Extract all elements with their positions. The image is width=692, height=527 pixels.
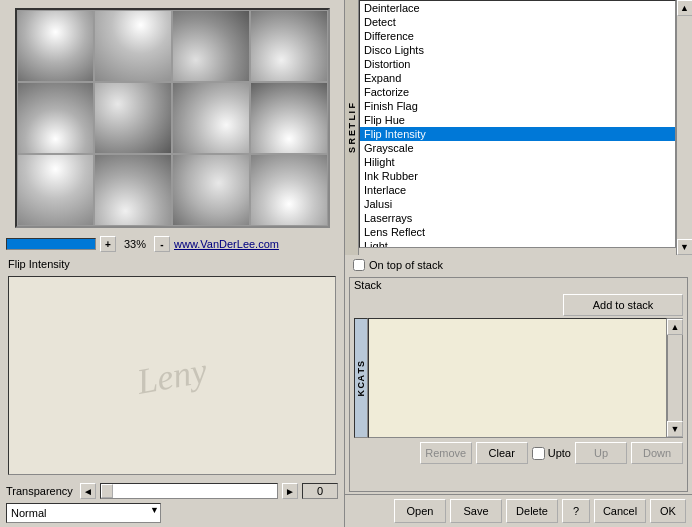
filter-item-interlace[interactable]: Interlace: [360, 183, 675, 197]
transparency-section: Transparency ◄ ► 0 Normal Multiply Scree…: [0, 479, 344, 527]
grid-cell: [94, 10, 172, 82]
preview-grid: [17, 10, 328, 226]
zoom-progress-bar: [6, 238, 96, 250]
stack-list[interactable]: [368, 318, 667, 438]
upto-checkbox[interactable]: [532, 447, 545, 460]
upto-label: Upto: [548, 447, 571, 459]
transparency-right-btn[interactable]: ►: [282, 483, 298, 499]
filter-item-expand[interactable]: Expand: [360, 71, 675, 85]
filter-item-laserrays[interactable]: Laserrays: [360, 211, 675, 225]
slider-thumb: [101, 484, 113, 498]
left-panel: + 33% - www.VanDerLee.com Flip Intensity…: [0, 0, 345, 527]
stack-side-letter-k: K: [356, 389, 366, 397]
stack-side-letter-t: T: [356, 367, 366, 374]
zoom-minus-button[interactable]: -: [154, 236, 170, 252]
grid-cell: [17, 10, 95, 82]
filter-item-flip-hue[interactable]: Flip Hue: [360, 113, 675, 127]
stack-side-letter-c: C: [356, 381, 366, 389]
transparency-label: Transparency: [6, 485, 76, 497]
cancel-button[interactable]: Cancel: [594, 499, 646, 523]
on-top-label: On top of stack: [369, 259, 443, 271]
filter-item-factorize[interactable]: Factorize: [360, 85, 675, 99]
transparency-row: Transparency ◄ ► 0: [6, 483, 338, 499]
remove-button[interactable]: Remove: [420, 442, 472, 464]
zoom-bar: + 33% - www.VanDerLee.com: [0, 232, 344, 256]
scroll-up-btn[interactable]: ▲: [677, 0, 693, 16]
tab-letter: T: [347, 122, 357, 129]
stack-side-letter-s: S: [356, 360, 366, 367]
zoom-value: 33%: [120, 238, 150, 250]
transparency-slider[interactable]: [100, 483, 278, 499]
filter-item-ink-rubber[interactable]: Ink Rubber: [360, 169, 675, 183]
ok-button[interactable]: OK: [650, 499, 686, 523]
up-button[interactable]: Up: [575, 442, 627, 464]
right-panel: F I L T E R S Deinterlace Detect Differe…: [345, 0, 692, 527]
grid-cell: [172, 10, 250, 82]
grid-cell: [94, 154, 172, 226]
tab-letter: F: [347, 102, 357, 109]
filter-item-disco-lights[interactable]: Disco Lights: [360, 43, 675, 57]
filters-list[interactable]: Deinterlace Detect Difference Disco Ligh…: [359, 0, 676, 248]
filter-item-flip-intensity[interactable]: Flip Intensity: [360, 127, 675, 141]
mode-row: Normal Multiply Screen Overlay ▼: [6, 503, 338, 523]
bottom-bar: Open Save Delete ? Cancel OK: [345, 494, 692, 527]
filter-item-deinterlace[interactable]: Deinterlace: [360, 1, 675, 15]
upto-row: Upto: [532, 447, 571, 460]
filters-tab: F I L T E R S: [345, 0, 359, 255]
grid-cell: [17, 154, 95, 226]
question-button[interactable]: ?: [562, 499, 590, 523]
on-top-row: On top of stack: [345, 255, 692, 275]
grid-cell: [172, 154, 250, 226]
website-link[interactable]: www.VanDerLee.com: [174, 238, 279, 250]
transparency-value: 0: [302, 483, 338, 499]
stack-header: Stack: [350, 278, 687, 292]
down-button[interactable]: Down: [631, 442, 683, 464]
grid-cell: [250, 154, 328, 226]
add-to-stack-button[interactable]: Add to stack: [563, 294, 683, 316]
stack-scroll-down-btn[interactable]: ▼: [667, 421, 683, 437]
filter-item-distortion[interactable]: Distortion: [360, 57, 675, 71]
tab-letter: I: [347, 110, 357, 114]
filters-section: F I L T E R S Deinterlace Detect Differe…: [345, 0, 692, 255]
tab-letter: R: [347, 137, 357, 145]
grid-cell: [250, 82, 328, 154]
stack-side-tab: S T A C K: [354, 318, 368, 438]
mode-select-wrapper: Normal Multiply Screen Overlay ▼: [6, 503, 161, 523]
save-button[interactable]: Save: [450, 499, 502, 523]
filter-item-grayscale[interactable]: Grayscale: [360, 141, 675, 155]
scroll-down-btn[interactable]: ▼: [677, 239, 693, 255]
zoom-plus-button[interactable]: +: [100, 236, 116, 252]
filter-item-hilight[interactable]: Hilight: [360, 155, 675, 169]
filter-item-jalusi[interactable]: Jalusi: [360, 197, 675, 211]
tab-letter: E: [347, 129, 357, 136]
grid-cell: [94, 82, 172, 154]
grid-cell: [250, 10, 328, 82]
preview-area: [15, 8, 330, 228]
grid-cell: [17, 82, 95, 154]
filter-item-difference[interactable]: Difference: [360, 29, 675, 43]
filter-item-light[interactable]: Light: [360, 239, 675, 248]
stack-scrollbar: ▲ ▼: [667, 318, 683, 438]
signature-area: Leny: [8, 276, 336, 475]
delete-button[interactable]: Delete: [506, 499, 558, 523]
clear-button[interactable]: Clear: [476, 442, 528, 464]
stack-side-letter-a: A: [356, 374, 366, 382]
transparency-left-btn[interactable]: ◄: [80, 483, 96, 499]
scroll-track: [677, 16, 692, 239]
tab-letter: S: [347, 146, 357, 153]
tab-letter: L: [347, 114, 357, 121]
filters-scrollbar: ▲ ▼: [676, 0, 692, 255]
stack-content: S T A C K ▲ ▼: [354, 318, 683, 438]
filter-item-lens-reflect[interactable]: Lens Reflect: [360, 225, 675, 239]
on-top-checkbox[interactable]: [353, 259, 365, 271]
mode-select[interactable]: Normal Multiply Screen Overlay: [6, 503, 161, 523]
open-button[interactable]: Open: [394, 499, 446, 523]
stack-scroll-up-btn[interactable]: ▲: [667, 319, 683, 335]
stack-add-row: Add to stack: [350, 292, 687, 318]
grid-cell: [172, 82, 250, 154]
filter-item-detect[interactable]: Detect: [360, 15, 675, 29]
filter-name-label: Flip Intensity: [0, 256, 344, 272]
filter-item-finish-flag[interactable]: Finish Flag: [360, 99, 675, 113]
stack-buttons-row: Remove Clear Upto Up Down: [350, 438, 687, 468]
stack-section: Stack Add to stack S T A C K ▲ ▼ Remove …: [349, 277, 688, 492]
